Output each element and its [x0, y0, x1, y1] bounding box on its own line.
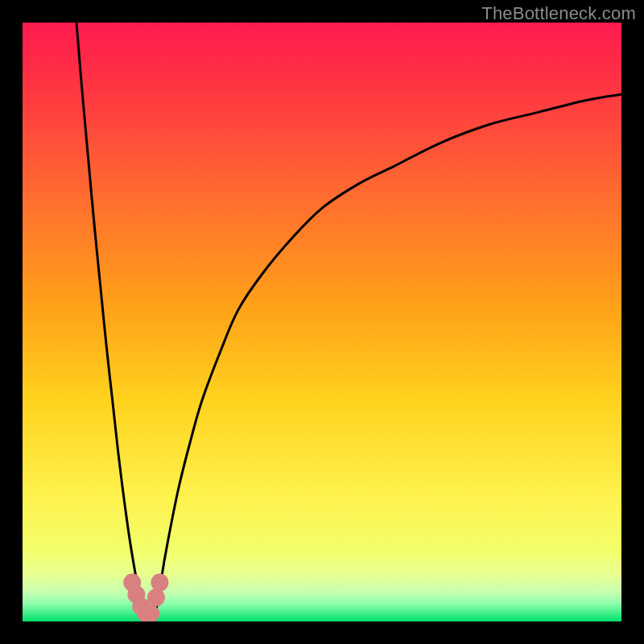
curve-right-branch — [155, 94, 621, 621]
curve-left-branch — [76, 23, 142, 621]
plot-area — [23, 23, 621, 621]
curve-marker — [147, 588, 165, 606]
watermark-text: TheBottleneck.com — [481, 3, 636, 24]
chart-frame: TheBottleneck.com — [0, 0, 644, 644]
bottleneck-curve — [23, 23, 621, 621]
curve-marker — [151, 574, 168, 592]
curve-markers — [123, 574, 168, 621]
